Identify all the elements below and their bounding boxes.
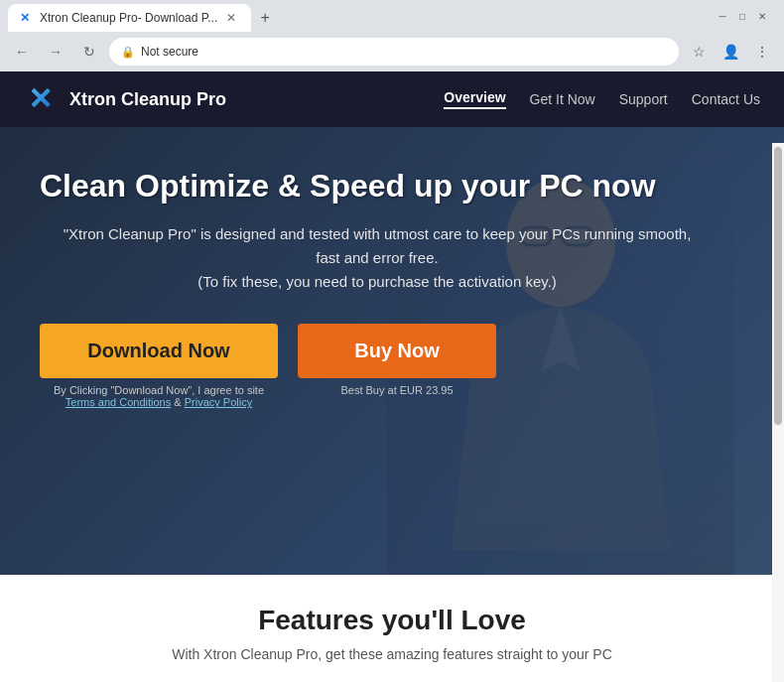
hero-subtitle-line1: "Xtron Cleanup Pro" is designed and test… [64,225,692,242]
security-icon: 🔒 [121,46,135,59]
download-now-button[interactable]: Download Now [40,324,278,378]
buy-button-group: Buy Now Best Buy at EUR 23.95 [298,324,496,396]
buy-caption: Best Buy at EUR 23.95 [340,384,453,396]
privacy-link[interactable]: Privacy Policy [185,396,252,408]
hero-buttons: Download Now By Clicking "Download Now",… [40,324,715,408]
scrollbar-thumb[interactable] [774,147,782,425]
download-caption: By Clicking "Download Now", I agree to s… [54,384,264,408]
tab-close-button[interactable]: ✕ [223,10,239,26]
active-tab[interactable]: ✕ Xtron Cleanup Pro- Download P... ✕ [8,4,251,32]
scrollbar[interactable] [772,143,784,682]
features-subtitle: With Xtron Cleanup Pro, get these amazin… [40,646,744,662]
restore-button[interactable]: □ [736,10,748,22]
title-bar: ✕ Xtron Cleanup Pro- Download P... ✕ + ─… [0,0,784,32]
account-icon[interactable]: 👤 [717,38,744,66]
logo-area: ✕ Xtron Cleanup Pro [24,81,226,117]
hero-section: Clean Optimize & Speed up your PC now "X… [0,127,784,575]
bookmark-icon[interactable]: ☆ [685,38,713,66]
reload-button[interactable]: ↻ [75,38,103,66]
hero-subtitle: "Xtron Cleanup Pro" is designed and test… [40,222,715,294]
features-section: Features you'll Love With Xtron Cleanup … [0,575,784,682]
webpage: ✕ Xtron Cleanup Pro Overview Get It Now … [0,71,784,682]
tab-bar: ✕ Xtron Cleanup Pro- Download P... ✕ + [8,0,279,32]
url-text: Not secure [141,45,198,59]
svg-text:✕: ✕ [28,82,53,115]
logo-text: Xtron Cleanup Pro [69,89,226,110]
tab-title: Xtron Cleanup Pro- Download P... [40,11,217,25]
minimize-button[interactable]: ─ [717,10,728,22]
hero-title: Clean Optimize & Speed up your PC now [40,167,715,205]
menu-icon[interactable]: ⋮ [748,38,776,66]
window-controls: ─ □ ✕ [717,10,776,22]
nav-overview[interactable]: Overview [444,89,505,109]
hero-content: Clean Optimize & Speed up your PC now "X… [0,127,754,458]
download-button-group: Download Now By Clicking "Download Now",… [40,324,278,408]
forward-button[interactable]: → [42,38,69,66]
toolbar-icons: ☆ 👤 ⋮ [685,38,776,66]
close-window-button[interactable]: ✕ [756,10,768,22]
nav-get-it-now[interactable]: Get It Now [530,91,595,107]
buy-now-button[interactable]: Buy Now [298,324,496,378]
logo-icon: ✕ [24,81,60,117]
hero-subtitle-line2: fast and error free. [316,249,438,266]
address-bar: ← → ↻ 🔒 Not secure ☆ 👤 ⋮ [0,32,784,71]
url-bar[interactable]: 🔒 Not secure [109,38,679,66]
tab-favicon-icon: ✕ [20,11,34,25]
site-navigation: Overview Get It Now Support Contact Us [444,89,760,109]
nav-support[interactable]: Support [619,91,668,107]
hero-subtitle-line3: (To fix these, you need to purchase the … [197,273,557,290]
browser-frame: ✕ Xtron Cleanup Pro- Download P... ✕ + ─… [0,0,784,682]
nav-contact-us[interactable]: Contact Us [692,91,760,107]
and-separator: & [174,396,181,408]
terms-link[interactable]: Terms and Conditions [65,396,171,408]
features-title: Features you'll Love [40,605,744,636]
download-caption-text: By Clicking "Download Now", I agree to s… [54,384,264,396]
back-button[interactable]: ← [8,38,36,66]
site-navbar: ✕ Xtron Cleanup Pro Overview Get It Now … [0,71,784,127]
new-tab-button[interactable]: + [251,4,279,32]
